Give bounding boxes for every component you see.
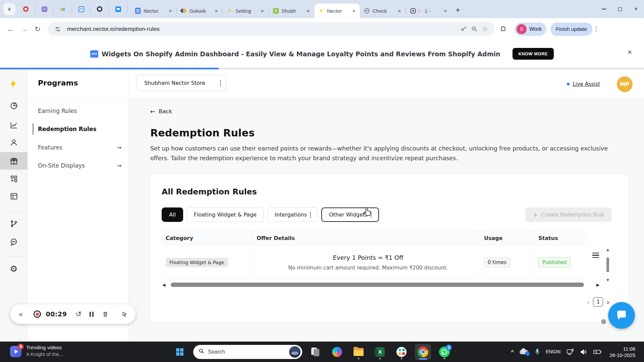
integrations-apps-icon[interactable] [0, 170, 28, 187]
customers-icon[interactable] [0, 134, 28, 151]
tab-setting[interactable]: Setting × [223, 3, 268, 18]
pinned-tab-calendar[interactable]: 27 [75, 4, 87, 14]
page-number[interactable]: 1 [593, 297, 603, 307]
whatsapp-button[interactable]: 3 [436, 344, 452, 360]
vertical-scrollbar[interactable]: ▲ ▼ [605, 248, 610, 282]
sidebar-item-onsite-displays[interactable]: On-Site Displays → [38, 161, 121, 171]
new-tab-button[interactable]: + [455, 5, 460, 15]
copilot-button[interactable] [329, 344, 345, 360]
pinned-tab-chat-app[interactable] [112, 4, 124, 14]
taskbar-widget[interactable]: 8 Trending videos A Knight of the... [10, 345, 63, 357]
cursor-highlight-icon[interactable] [122, 311, 127, 317]
slack-button[interactable] [393, 344, 410, 360]
horizontal-scrollbar[interactable]: ◀ ▶ [162, 282, 598, 288]
scroll-down-icon[interactable]: ▼ [606, 278, 609, 282]
support-chat-icon[interactable] [0, 233, 28, 251]
taskbar-search[interactable]: Search [193, 345, 302, 359]
analytics-chart-icon[interactable] [0, 116, 28, 134]
tray-chevron-up-icon[interactable]: ^ [511, 349, 514, 355]
trash-icon[interactable] [102, 311, 108, 317]
finish-update-button[interactable]: Finish update [550, 22, 592, 36]
record-icon[interactable] [34, 310, 41, 318]
site-settings-icon[interactable] [52, 24, 63, 35]
sidebar-item-features[interactable]: Features → [38, 142, 121, 153]
extensions-puzzle-icon[interactable] [497, 23, 510, 36]
url-text[interactable]: merchant.nector.io/redemption-rules [67, 26, 458, 33]
sidebar-item-redemption-rules[interactable]: Redemption Rules [38, 124, 121, 134]
close-icon[interactable]: × [351, 7, 357, 14]
tab-shopify-store[interactable]: S Shubh × [269, 3, 314, 18]
user-avatar[interactable]: MP [617, 76, 633, 92]
back-button[interactable]: ← [4, 22, 17, 36]
filter-integrations[interactable]: Intergations [267, 207, 318, 222]
pinned-tab-screen-app[interactable] [39, 4, 50, 14]
rewards-gift-icon[interactable] [0, 152, 28, 170]
start-button[interactable] [172, 344, 188, 360]
chrome-button[interactable] [415, 344, 431, 360]
excel-button[interactable]: X [372, 344, 388, 360]
reload-button[interactable]: ↻ [31, 22, 44, 36]
scroll-right-icon[interactable]: ▶ [596, 283, 599, 287]
table-row[interactable]: Floating Widget & Page Every 1 Points = … [162, 245, 585, 280]
tab-group-1[interactable]: 1 - × [406, 3, 451, 18]
pinned-tab-recorder[interactable] [20, 4, 32, 14]
password-key-icon[interactable] [458, 24, 469, 35]
close-icon[interactable]: × [167, 7, 174, 14]
row-menu-icon[interactable] [592, 253, 599, 258]
forward-button[interactable]: → [17, 22, 31, 36]
know-more-button[interactable]: KNOW MORE [513, 48, 554, 60]
taskbar-clock[interactable]: 11:06 28-10-2025 [609, 346, 635, 358]
back-link[interactable]: ← Back [150, 108, 180, 115]
filter-floating-widget-page[interactable]: Floating Widget & Page [186, 207, 264, 222]
network-display-icon[interactable] [566, 348, 574, 356]
collapse-icon[interactable]: « [18, 310, 23, 318]
displays-panel-icon[interactable] [0, 187, 28, 205]
window-minimize-button[interactable] [596, 0, 612, 18]
store-selector[interactable]: Shubham Nector Store [137, 75, 226, 91]
page-prev-icon[interactable]: ‹ [587, 298, 590, 306]
pause-icon[interactable] [90, 312, 94, 317]
search-daily-image[interactable] [289, 346, 301, 358]
settings-gear-icon[interactable]: ⚙ [0, 260, 28, 278]
volume-icon[interactable] [580, 349, 587, 355]
banner-close-icon[interactable]: × [628, 48, 632, 57]
loyalty-pie-icon[interactable] [0, 97, 28, 114]
close-icon[interactable]: × [442, 7, 449, 14]
close-icon[interactable]: × [305, 7, 312, 14]
tab-checkout[interactable]: Check × [360, 3, 406, 18]
horizontal-scroll-thumb[interactable] [171, 283, 584, 287]
window-close-button[interactable]: × [628, 0, 644, 18]
live-assist-link[interactable]: Live Assist [567, 81, 600, 87]
vertical-scroll-thumb[interactable] [606, 257, 609, 272]
onedrive-cloud-icon[interactable]: i [520, 349, 529, 355]
tab-nector-docs[interactable]: Nector × [131, 3, 176, 18]
tab-gokwik[interactable]: Gokwik × [177, 3, 222, 18]
close-icon[interactable]: × [396, 7, 403, 14]
pinned-tab-chatgpt[interactable] [94, 4, 105, 14]
tab-nector-active[interactable]: Nector × [314, 3, 360, 18]
create-redemption-rule-button[interactable]: + Create Redemption Rule [525, 207, 612, 222]
profile-chip[interactable]: S Work [515, 22, 546, 36]
browser-menu-icon[interactable]: ⋮ [593, 25, 599, 33]
chat-widget-button[interactable] [608, 302, 635, 329]
window-maximize-button[interactable] [612, 0, 628, 18]
workflow-branch-icon[interactable] [0, 215, 28, 232]
bookmark-star-icon[interactable]: ☆ [480, 24, 490, 35]
tab-search-button[interactable]: ∨ [3, 3, 15, 15]
sidebar-item-earning-rules[interactable]: Earning Rules [38, 106, 121, 116]
file-explorer-button[interactable] [351, 344, 367, 360]
battery-icon[interactable] [593, 349, 602, 355]
restart-icon[interactable]: ↺ [75, 310, 82, 318]
scroll-up-icon[interactable]: ▲ [606, 248, 609, 251]
close-icon[interactable]: × [213, 7, 220, 14]
microphone-icon[interactable] [535, 348, 540, 356]
address-bar[interactable]: merchant.nector.io/redemption-rules ☆ [48, 22, 494, 36]
language-indicator[interactable]: ENGIN [546, 349, 560, 354]
task-view-button[interactable] [308, 344, 324, 360]
page-next-icon[interactable]: › [606, 298, 609, 306]
close-icon[interactable]: × [259, 7, 266, 14]
search-zoom-icon[interactable] [469, 24, 480, 35]
nector-logo-icon[interactable] [0, 75, 28, 93]
pinned-tab-gmail[interactable]: M [57, 4, 68, 14]
scroll-left-icon[interactable]: ◀ [162, 283, 165, 287]
